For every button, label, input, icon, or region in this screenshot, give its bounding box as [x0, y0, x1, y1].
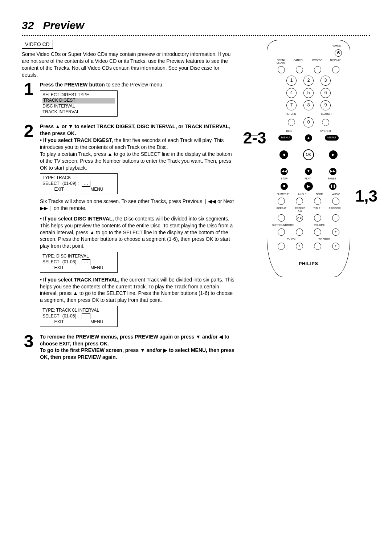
- osd-value: - -: [82, 313, 90, 319]
- num-6-button[interactable]: 6: [320, 88, 331, 98]
- title-button[interactable]: [314, 214, 321, 222]
- track-digest-play: To play a certain Track, press ▲ to go t…: [40, 151, 236, 171]
- osd-menu: MENU: [90, 319, 103, 325]
- right-button[interactable]: ▶: [329, 150, 338, 159]
- osd-line: TRACK INTERVAL: [42, 109, 115, 115]
- step-1-number: 1: [22, 81, 36, 97]
- audio-button[interactable]: [332, 198, 339, 205]
- track-interval-label: • If you select TRACK INTERVAL,: [40, 277, 119, 283]
- num-0-button[interactable]: 0: [303, 117, 314, 127]
- preview-button[interactable]: [332, 214, 339, 222]
- osd-line: TYPE: TRACK 01 INTERVAL: [42, 308, 115, 313]
- osd-track: TYPE: TRACK SELECT (01-09) : - - EXIT ME…: [40, 173, 118, 194]
- num-5-button[interactable]: 5: [303, 88, 314, 98]
- callout-2-3: 2-3: [243, 127, 266, 149]
- repeat-label: REPEAT: [277, 207, 287, 212]
- six-b: or Next: [217, 198, 234, 204]
- callout-line: [243, 135, 258, 135]
- osd-value: - -: [82, 259, 90, 265]
- six-a: Six Tracks will show on one screen. To s…: [40, 198, 204, 204]
- osd-select: SELECT: [42, 181, 60, 187]
- return-button[interactable]: [288, 119, 295, 126]
- osd-line: TYPE: TRACK: [42, 175, 115, 181]
- remote-control: POWER ⏻ OPEN/ CLOSE CANCEL DVD/TV DISPLA…: [267, 40, 350, 277]
- osd-select: SELECT: [42, 313, 60, 319]
- disc-menu-button[interactable]: MENU: [278, 135, 292, 141]
- osd-range: (01-06) :: [62, 313, 79, 319]
- num-3-button[interactable]: 3: [320, 76, 331, 86]
- video-cd-badge: VIDEO CD: [22, 40, 53, 49]
- zoom-button[interactable]: [314, 198, 321, 205]
- tv-vol-up-button[interactable]: +: [296, 243, 303, 250]
- up-button[interactable]: ▲: [305, 134, 312, 142]
- next-button[interactable]: ▶▶: [329, 168, 336, 175]
- search-button[interactable]: [322, 119, 329, 126]
- step-1: 1 Press the PREVIEW button to see the Pr…: [22, 81, 236, 120]
- preview-label: PREVIEW: [329, 207, 340, 212]
- track-digest-label: • If you select TRACK DIGEST,: [40, 137, 113, 143]
- step1-lead: Press the PREVIEW button: [40, 82, 105, 88]
- play-button[interactable]: ▶: [304, 182, 313, 191]
- tv-vol-down-button[interactable]: −: [278, 243, 285, 250]
- stop-label: STOP: [281, 177, 287, 180]
- num-1-button[interactable]: 1: [286, 76, 297, 86]
- page-number: 32: [22, 19, 34, 31]
- power-button[interactable]: ⏻: [335, 49, 342, 57]
- prev-button[interactable]: ◀◀: [281, 168, 288, 175]
- step3-line1: To remove the PREVIEW menus, press PREVI…: [40, 333, 236, 347]
- subtitle-button[interactable]: [278, 198, 285, 205]
- num-8-button[interactable]: 8: [303, 100, 314, 110]
- angle-button[interactable]: [296, 198, 303, 205]
- osd-value: - -: [82, 181, 90, 187]
- osd-digest-type: SELECT DIGEST TYPE: TRACK DIGEST DISC IN…: [40, 90, 118, 117]
- repeat-button[interactable]: [278, 214, 285, 222]
- num-2-button[interactable]: 2: [303, 76, 314, 86]
- tv-prog-down-button[interactable]: −: [314, 243, 321, 250]
- step-2: 2 Press ▲ or ▼ to select TRACK DIGEST, D…: [22, 123, 236, 330]
- cancel-button[interactable]: [296, 66, 303, 73]
- angle-label: ANGLE: [298, 193, 307, 195]
- osd-line-highlight: TRACK DIGEST: [42, 98, 115, 104]
- open-close-button[interactable]: [278, 66, 285, 73]
- subtitle-label: SUBTITLE: [277, 193, 289, 195]
- dvd-tv-label: DVD/TV: [312, 59, 322, 64]
- num-4-button[interactable]: 4: [286, 88, 297, 98]
- dvd-tv-button[interactable]: [314, 66, 321, 73]
- tv-prog-up-button[interactable]: +: [332, 243, 339, 250]
- down-button[interactable]: ▼: [305, 168, 312, 175]
- system-label: SYSTEM: [320, 130, 331, 132]
- osd-exit: EXIT: [54, 319, 64, 325]
- left-button[interactable]: ◀: [279, 150, 288, 159]
- system-menu-button[interactable]: MENU: [325, 135, 339, 141]
- osd-line: DISC INTERVAL: [42, 104, 115, 109]
- num-7-button[interactable]: 7: [286, 100, 297, 110]
- display-button[interactable]: [332, 66, 339, 73]
- osd-exit: EXIT: [54, 187, 64, 193]
- mute-button[interactable]: [296, 228, 303, 236]
- surround-button[interactable]: [278, 228, 285, 236]
- remote-column: 2-3 1,3 POWER ⏻ OPEN/ CLOSE CANCEL DVD/T…: [247, 40, 370, 277]
- pause-button[interactable]: ❚❚: [329, 183, 336, 190]
- osd-track-interval: TYPE: TRACK 01 INTERVAL SELECT (01-06) :…: [40, 306, 118, 327]
- dpad: ◀ OK ▶: [272, 144, 345, 166]
- surround-label: SURROUND: [272, 224, 287, 226]
- step2-head: Press ▲ or ▼ to select TRACK DIGEST, DIS…: [40, 123, 236, 137]
- disc-label: DISC: [286, 130, 293, 132]
- repeat-ab-button[interactable]: A-B: [296, 214, 303, 222]
- page-title: Preview: [43, 19, 84, 31]
- vol-up-button[interactable]: +: [332, 228, 339, 236]
- content-column: VIDEO CD Some Video CDs or Super Video C…: [22, 40, 236, 361]
- next-icon: ▶▶❘: [40, 205, 52, 211]
- prev-icon: ❘◀◀: [204, 198, 216, 204]
- osd-menu: MENU: [90, 265, 103, 271]
- zoom-label: ZOOM: [315, 193, 323, 195]
- page-header: 32 Preview: [22, 18, 370, 36]
- osd-disc-interval: TYPE: DISC INTERVAL SELECT (01-06) : - -…: [40, 252, 118, 272]
- ok-button[interactable]: OK: [303, 149, 314, 160]
- title-label: TITLE: [314, 207, 320, 212]
- vol-down-button[interactable]: −: [314, 228, 321, 236]
- step1-rest: to see the Preview menu.: [105, 82, 164, 88]
- num-9-button[interactable]: 9: [320, 100, 331, 110]
- tv-vol-label: TV VOL: [287, 238, 296, 240]
- stop-button[interactable]: ■: [281, 183, 288, 190]
